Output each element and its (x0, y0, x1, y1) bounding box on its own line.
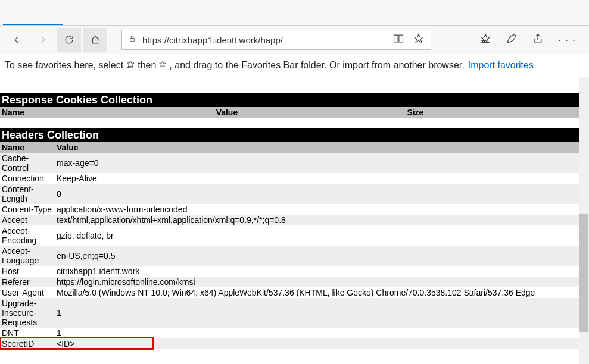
import-favorites-link[interactable]: Import favorites (468, 60, 534, 71)
notes-icon[interactable] (506, 33, 518, 47)
col-name: Name (0, 142, 55, 153)
headers-table: Name Value Cache-Controlmax-age=0Connect… (0, 142, 579, 349)
header-value-cell: <ID> (55, 338, 579, 349)
vertical-scrollbar[interactable] (579, 77, 589, 364)
header-value-cell: https://login.microsoftonline.com/kmsi (55, 277, 579, 287)
header-value-cell: text/html,application/xhtml+xml,applicat… (55, 215, 579, 225)
col-size: Size (405, 107, 579, 118)
tab-strip (0, 0, 589, 26)
address-bar[interactable] (121, 30, 431, 50)
header-value-cell: Mozilla/5.0 (Windows NT 10.0; Win64; x64… (55, 287, 579, 298)
fav-bar-text: , and drag to the Favorites Bar folder. … (169, 60, 464, 71)
header-name-cell: Cache-Control (0, 153, 55, 173)
header-name-cell: Accept-Encoding (0, 225, 55, 246)
header-value-cell: 1 (55, 298, 579, 328)
headers-section-title: Headers Collection (0, 128, 579, 142)
back-button[interactable] (5, 28, 29, 52)
cookies-section-title: Response Cookies Collection (0, 93, 579, 107)
address-bar-wrap (121, 30, 465, 50)
col-value: Value (55, 142, 579, 153)
table-row: SecretID<ID> (0, 338, 579, 349)
header-name-cell: Content-Type (0, 204, 55, 215)
header-name-cell: Accept (0, 215, 55, 225)
star-icon (158, 60, 167, 71)
header-name-cell: DNT (0, 328, 55, 338)
header-name-cell: Upgrade-Insecure-Requests (0, 298, 55, 328)
table-row: DNT1 (0, 328, 579, 338)
browser-toolbar: · · · (0, 26, 589, 54)
col-name: Name (0, 107, 214, 118)
header-value-cell: 0 (55, 184, 579, 204)
header-name-cell: Accept-Language (0, 246, 55, 266)
header-name-cell: Connection (0, 173, 55, 184)
table-row: Accepttext/html,application/xhtml+xml,ap… (0, 215, 579, 225)
forward-button[interactable] (31, 28, 55, 52)
header-name-cell: SecretID (0, 338, 55, 349)
table-row: Refererhttps://login.microsoftonline.com… (0, 277, 579, 287)
header-name-cell: Host (0, 266, 55, 277)
scrollbar-thumb[interactable] (579, 214, 588, 332)
share-icon[interactable] (532, 33, 544, 47)
cookies-section: Response Cookies Collection Name Value S… (0, 93, 579, 118)
header-name-cell: Content-Length (0, 184, 55, 204)
table-row: Content-Length0 (0, 184, 579, 204)
refresh-button[interactable] (57, 28, 81, 52)
cookies-table: Name Value Size (0, 107, 579, 118)
header-name-cell: User-Agent (0, 287, 55, 298)
fav-bar-text: then (138, 60, 156, 71)
col-value: Value (214, 107, 406, 118)
more-menu-icon[interactable]: · · · (558, 34, 576, 46)
reading-view-icon[interactable] (392, 33, 404, 47)
page-content: Response Cookies Collection Name Value S… (0, 77, 579, 364)
table-row: Hostcitrixhapp1.identt.work (0, 266, 579, 277)
fav-bar-text: To see favorites here, select (5, 60, 123, 71)
table-row: Upgrade-Insecure-Requests1 (0, 298, 579, 328)
table-row: Accept-Encodinggzip, deflate, br (0, 225, 579, 246)
table-row: Accept-Languageen-US,en;q=0.5 (0, 246, 579, 266)
favorites-list-icon[interactable] (479, 33, 491, 47)
header-value-cell: Keep-Alive (55, 173, 579, 184)
table-row: ConnectionKeep-Alive (0, 173, 579, 184)
active-tab-indicator (3, 24, 63, 25)
star-list-icon (126, 59, 135, 71)
header-value-cell: gzip, deflate, br (55, 225, 579, 246)
header-value-cell: max-age=0 (55, 153, 579, 173)
header-value-cell: en-US,en;q=0.5 (55, 246, 579, 266)
url-input[interactable] (142, 35, 387, 45)
toolbar-right: · · · (479, 33, 584, 47)
header-value-cell: citrixhapp1.identt.work (55, 266, 579, 277)
favorites-bar: To see favorites here, select then , and… (0, 54, 589, 77)
header-value-cell: 1 (55, 328, 579, 338)
lock-icon (128, 34, 136, 45)
header-name-cell: Referer (0, 277, 55, 287)
headers-section: Headers Collection Name Value Cache-Cont… (0, 128, 579, 349)
table-row: User-AgentMozilla/5.0 (Windows NT 10.0; … (0, 287, 579, 298)
home-button[interactable] (83, 28, 107, 52)
table-row: Cache-Controlmax-age=0 (0, 153, 579, 173)
svg-rect-0 (130, 38, 135, 41)
table-row: Content-Typeapplication/x-www-form-urlen… (0, 204, 579, 215)
header-value-cell: application/x-www-form-urlencoded (55, 204, 579, 215)
favorite-star-icon[interactable] (413, 33, 425, 47)
